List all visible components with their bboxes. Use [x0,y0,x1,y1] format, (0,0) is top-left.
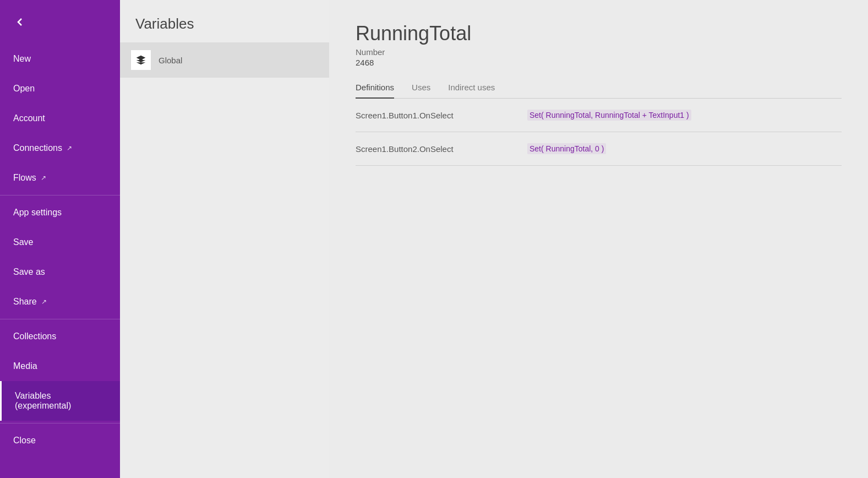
sidebar-item-close[interactable]: Close [0,426,120,455]
sidebar-item-label: Flows [13,173,36,183]
middle-panel: Variables Global [120,0,329,478]
sidebar-item-save-as[interactable]: Save as [0,257,120,287]
variable-value: 2468 [356,58,842,67]
sidebar-item-save[interactable]: Save [0,227,120,257]
sidebar: New Open Account Connections ↗ Flows ↗ A… [0,0,120,478]
definitions-table: Screen1.Button1.OnSelect Set( RunningTot… [356,99,842,166]
sidebar-item-label: App settings [13,208,62,218]
sidebar-item-label: Collections [13,332,56,341]
tabs: Definitions Uses Indirect uses [356,83,842,99]
tab-indirect-uses[interactable]: Indirect uses [448,83,495,99]
sidebar-divider [0,195,120,195]
variable-name: RunningTotal [356,22,842,45]
sidebar-item-connections[interactable]: Connections ↗ [0,133,120,163]
sidebar-item-app-settings[interactable]: App settings [0,198,120,227]
definition-formula[interactable]: Set( RunningTotal, 0 ) [527,143,606,154]
back-button[interactable] [0,0,120,44]
sidebar-item-flows[interactable]: Flows ↗ [0,163,120,193]
sidebar-item-label: New [13,54,31,64]
sidebar-item-label: Variables (experimental) [15,391,107,411]
sidebar-item-label: Share [13,297,37,307]
sidebar-item-variables[interactable]: Variables (experimental) [0,381,120,421]
sidebar-item-collections[interactable]: Collections [0,322,120,351]
sidebar-divider [0,319,120,319]
external-link-icon: ↗ [41,298,47,306]
panel-title: Variables [120,0,329,42]
main-content: RunningTotal Number 2468 Definitions Use… [329,0,868,478]
sidebar-item-label: Open [13,84,35,94]
sidebar-item-media[interactable]: Media [0,351,120,381]
definition-location: Screen1.Button2.OnSelect [356,144,510,154]
variable-type: Number [356,47,842,57]
tab-definitions[interactable]: Definitions [356,83,394,99]
sidebar-item-share[interactable]: Share ↗ [0,287,120,317]
global-item[interactable]: Global [120,42,329,78]
sidebar-item-open[interactable]: Open [0,74,120,104]
sidebar-item-account[interactable]: Account [0,104,120,133]
sidebar-item-label: Account [13,113,45,123]
table-row: Screen1.Button2.OnSelect Set( RunningTot… [356,132,842,166]
sidebar-item-label: Connections [13,143,62,153]
sidebar-item-label: Media [13,361,37,371]
sidebar-item-label: Save as [13,267,45,277]
sidebar-item-label: Save [13,237,33,247]
global-label: Global [159,56,182,65]
table-row: Screen1.Button1.OnSelect Set( RunningTot… [356,99,842,132]
global-icon [131,50,151,70]
sidebar-item-new[interactable]: New [0,44,120,74]
sidebar-item-label: Close [13,436,36,446]
definition-formula[interactable]: Set( RunningTotal, RunningTotal + TextIn… [527,110,691,121]
external-link-icon: ↗ [41,174,46,182]
tab-uses[interactable]: Uses [412,83,430,99]
definition-location: Screen1.Button1.OnSelect [356,111,510,120]
external-link-icon: ↗ [67,144,72,152]
sidebar-divider [0,423,120,423]
